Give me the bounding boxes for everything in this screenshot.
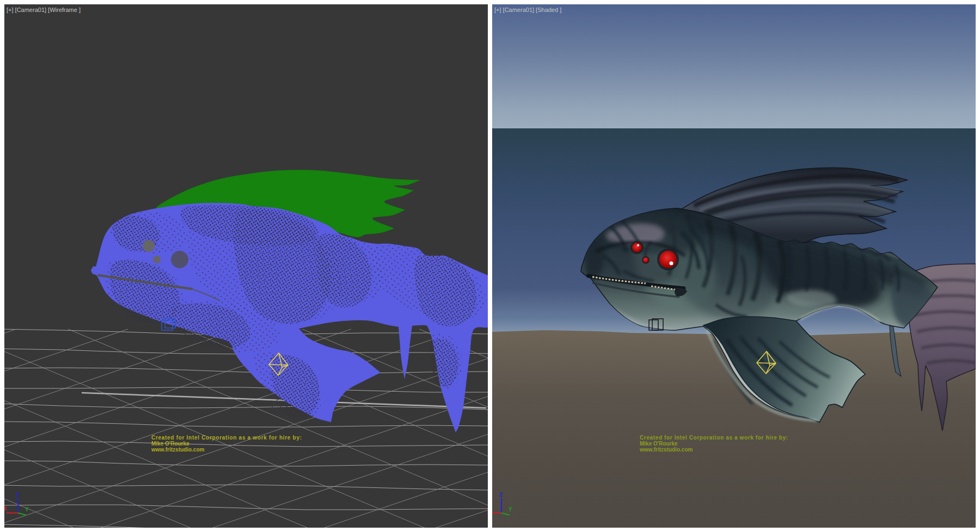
svg-text:www.fritzstudio.com: www.fritzstudio.com <box>151 447 205 453</box>
svg-text:Created for Intel Corporation: Created for Intel Corporation as a work … <box>151 435 302 441</box>
svg-text:Y: Y <box>509 506 512 512</box>
svg-text:www.fritzstudio.com: www.fritzstudio.com <box>639 447 693 453</box>
svg-text:Mike O'Rourke: Mike O'Rourke <box>640 441 678 447</box>
svg-text:Y: Y <box>25 506 29 512</box>
svg-text:Z: Z <box>16 492 19 498</box>
svg-text:[+] [Camera01] [Shaded ]: [+] [Camera01] [Shaded ] <box>494 7 561 13</box>
svg-text:Mike O'Rourke: Mike O'Rourke <box>151 441 189 447</box>
svg-text:[+] [Camera01] [Wireframe ]: [+] [Camera01] [Wireframe ] <box>7 7 81 13</box>
svg-text:Created for Intel Corporation: Created for Intel Corporation as a work … <box>640 435 788 441</box>
svg-text:Z: Z <box>499 492 503 498</box>
